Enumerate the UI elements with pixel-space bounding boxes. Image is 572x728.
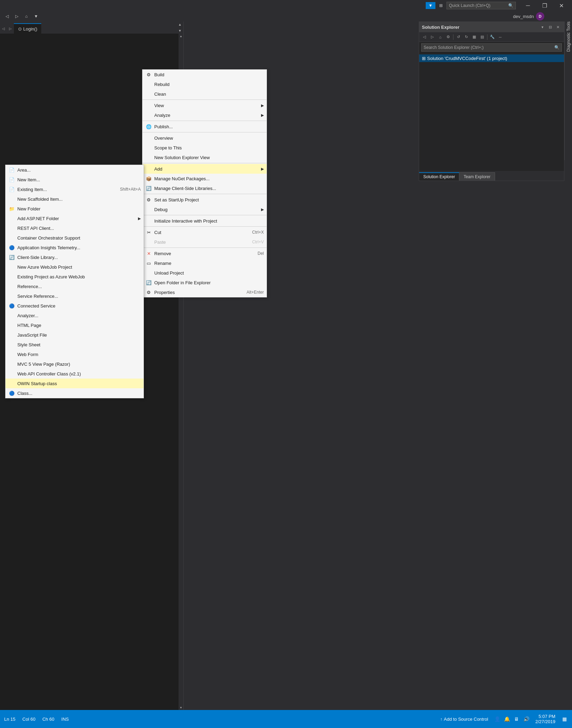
menu-item-clean[interactable]: Clean bbox=[142, 89, 267, 99]
solution-search-box[interactable]: Search Solution Explorer (Ctrl+;) 🔍 bbox=[421, 43, 562, 52]
status-bar: Ln 15 Col 60 Ch 60 INS ↑ Add to Source C… bbox=[0, 710, 572, 728]
volume-icon[interactable]: 🔊 bbox=[523, 716, 530, 722]
dropdown-btn[interactable]: ▼ bbox=[32, 12, 40, 20]
add-existing-item[interactable]: 📄 Existing Item... Shift+Alt+A bbox=[6, 184, 144, 194]
add-area[interactable]: 📄 Area... bbox=[6, 165, 144, 175]
add-container-orch[interactable]: Container Orchestrator Support bbox=[6, 233, 144, 243]
menu-item-scope[interactable]: Scope to This bbox=[142, 143, 267, 153]
add-app-insights[interactable]: 🔵 Application Insights Telemetry... bbox=[6, 243, 144, 252]
add-client-lib[interactable]: 🔄 Client-Side Library... bbox=[6, 252, 144, 262]
scrollbar-up[interactable]: ▲ bbox=[179, 34, 183, 38]
sol-refresh-btn[interactable]: ↺ bbox=[454, 33, 462, 41]
menu-item-startup[interactable]: ⚙ Set as StartUp Project bbox=[142, 195, 267, 205]
menu-item-build[interactable]: ⚙ Build bbox=[142, 70, 267, 79]
add-reference[interactable]: Reference... bbox=[6, 281, 144, 291]
display-icon[interactable]: 🖥 bbox=[513, 716, 520, 722]
sol-home-btn[interactable]: ⌂ bbox=[436, 33, 444, 41]
add-analyzer[interactable]: Analyzer... bbox=[6, 311, 144, 320]
status-ch: Ch 60 bbox=[42, 717, 54, 722]
tab-team-explorer[interactable]: Team Explorer bbox=[459, 172, 495, 181]
username-label[interactable]: dev_msdn bbox=[513, 14, 534, 19]
forward-btn[interactable]: ▷ bbox=[12, 12, 21, 20]
sol-view1-btn[interactable]: ▦ bbox=[470, 33, 478, 41]
add-new-folder[interactable]: 📁 New Folder bbox=[6, 204, 144, 214]
editor-tab-login[interactable]: ⊙ Login() bbox=[14, 23, 41, 34]
menu-item-unload[interactable]: Unload Project bbox=[142, 268, 267, 278]
sol-view2-btn[interactable]: ▤ bbox=[478, 33, 486, 41]
add-service-reference[interactable]: Service Reference... bbox=[6, 291, 144, 301]
menu-item-analyze[interactable]: Analyze ▶ bbox=[142, 110, 267, 120]
editor-scroll-down[interactable]: ▼ bbox=[176, 28, 183, 34]
menu-item-client-libs[interactable]: 🔄 Manage Client-Side Libraries... bbox=[142, 183, 267, 193]
diagnostic-tools-tab[interactable]: Diagnostic Tools bbox=[564, 21, 572, 160]
existing-item-icon: 📄 bbox=[8, 187, 15, 192]
panel-attach-icon[interactable]: ⊟ bbox=[547, 24, 554, 31]
tab-solution-explorer[interactable]: Solution Explorer bbox=[419, 172, 459, 181]
quick-launch-input[interactable]: Quick Launch (Ctrl+Q) 🔍 bbox=[447, 2, 516, 9]
add-existing-azure-webjob[interactable]: Existing Project as Azure WebJob bbox=[6, 272, 144, 281]
sol-wrench-btn[interactable]: 🔧 bbox=[488, 33, 496, 41]
solution-explorer-panel: Solution Explorer ▾ ⊟ ✕ ◁ ▷ ⌂ ⚙ ↺ ↻ ▦ ▤ … bbox=[419, 21, 564, 181]
status-left: Ln 15 Col 60 Ch 60 INS bbox=[4, 717, 69, 722]
layout-icon[interactable]: ⊞ bbox=[437, 2, 445, 9]
menu-item-remove[interactable]: ✕ Remove Del bbox=[142, 249, 267, 258]
add-owin-startup[interactable]: OWIN Startup class bbox=[6, 379, 144, 388]
menu-item-open-folder[interactable]: 🔄 Open Folder in File Explorer bbox=[142, 278, 267, 287]
analyze-arrow: ▶ bbox=[261, 113, 264, 118]
add-scaffolded[interactable]: New Scaffolded Item... bbox=[6, 194, 144, 204]
minimize-button[interactable]: ─ bbox=[520, 0, 536, 11]
menu-item-nuget[interactable]: 📦 Manage NuGet Packages... bbox=[142, 174, 267, 183]
menu-item-rename[interactable]: ▭ Rename bbox=[142, 258, 267, 268]
add-style-sheet[interactable]: Style Sheet bbox=[6, 340, 144, 349]
add-web-form[interactable]: Web Form bbox=[6, 349, 144, 359]
sol-minus-btn[interactable]: ─ bbox=[496, 33, 504, 41]
sol-sync-btn[interactable]: ↻ bbox=[462, 33, 470, 41]
sol-settings-btn[interactable]: ⚙ bbox=[444, 33, 452, 41]
add-aspnet-folder[interactable]: Add ASP.NET Folder ▶ bbox=[6, 214, 144, 223]
add-mvc-view[interactable]: MVC 5 View Page (Razor) bbox=[6, 359, 144, 369]
add-js-file[interactable]: JavaScript File bbox=[6, 330, 144, 340]
scrollbar-down[interactable]: ▼ bbox=[179, 705, 183, 710]
menu-item-init-interactive[interactable]: Initialize Interactive with Project bbox=[142, 216, 267, 226]
user-bar: dev_msdn D bbox=[513, 11, 544, 21]
menu-item-publish[interactable]: 🌐 Publish... bbox=[142, 122, 267, 131]
sol-sep2 bbox=[487, 34, 487, 40]
sol-back-btn[interactable]: ◁ bbox=[421, 33, 428, 41]
back-btn[interactable]: ◁ bbox=[3, 12, 11, 20]
close-button[interactable]: ✕ bbox=[553, 0, 569, 11]
menu-item-view[interactable]: View ▶ bbox=[142, 101, 267, 110]
solution-tree-item[interactable]: ⊞ Solution 'CrudMVCCodeFirst' (1 project… bbox=[419, 54, 564, 62]
menu-item-new-explorer[interactable]: New Solution Explorer View bbox=[142, 153, 267, 162]
add-html-page[interactable]: HTML Page bbox=[6, 320, 144, 330]
add-source-control[interactable]: ↑ Add to Source Control bbox=[440, 717, 488, 722]
system-tray-icon[interactable]: ▦ bbox=[561, 716, 568, 722]
add-new-item[interactable]: 📄 New Item... bbox=[6, 175, 144, 184]
menu-item-properties[interactable]: ⚙ Properties Alt+Enter bbox=[142, 287, 267, 297]
add-connected-service[interactable]: 🔵 Connected Service bbox=[6, 301, 144, 311]
menu-item-overview[interactable]: Overview bbox=[142, 133, 267, 143]
restore-button[interactable]: ❐ bbox=[537, 0, 553, 11]
add-web-api[interactable]: Web API Controller Class (v2.1) bbox=[6, 369, 144, 379]
add-class[interactable]: 🔵 Class... bbox=[6, 388, 144, 398]
menu-item-rebuild[interactable]: Rebuild bbox=[142, 79, 267, 89]
menu-item-debug[interactable]: Debug ▶ bbox=[142, 205, 267, 214]
menu-item-add[interactable]: Add ▶ bbox=[142, 164, 267, 174]
user-icon[interactable]: 👤 bbox=[494, 716, 501, 722]
status-col: Col 60 bbox=[23, 717, 36, 722]
editor-scroll-up[interactable]: ▲ bbox=[176, 21, 183, 28]
menu-item-paste[interactable]: Paste Ctrl+V bbox=[142, 237, 267, 247]
home-btn[interactable]: ⌂ bbox=[22, 12, 31, 20]
menu-item-cut[interactable]: ✂ Cut Ctrl+X bbox=[142, 227, 267, 237]
tab-scroll-right[interactable]: ▷ bbox=[7, 23, 14, 34]
user-avatar[interactable]: D bbox=[536, 12, 544, 20]
panel-pin-icon[interactable]: ▾ bbox=[539, 24, 546, 31]
panel-close-icon[interactable]: ✕ bbox=[554, 24, 561, 31]
notifications-icon[interactable]: 🔔 bbox=[503, 716, 510, 722]
add-rest-api[interactable]: REST API Client... bbox=[6, 223, 144, 233]
sol-forward-btn[interactable]: ▷ bbox=[428, 33, 436, 41]
sep6 bbox=[142, 215, 267, 215]
sep4 bbox=[142, 163, 267, 163]
add-azure-webjob[interactable]: New Azure WebJob Project bbox=[6, 262, 144, 272]
filter-icon[interactable]: ▼ bbox=[426, 2, 435, 9]
tab-scroll-left[interactable]: ◁ bbox=[0, 23, 7, 34]
